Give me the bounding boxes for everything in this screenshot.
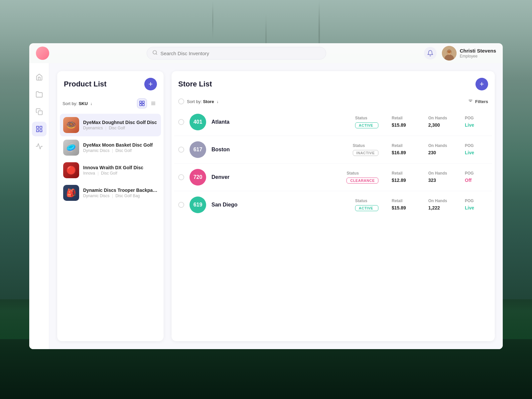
retail-label: Retail	[392, 171, 415, 176]
pog-value: Off	[465, 178, 488, 183]
product-name: DyeMax Doughnut Disc Golf Disc	[83, 120, 158, 125]
store-on-hands-col: On Hands 230	[428, 143, 452, 155]
user-name: Christi Stevens	[460, 48, 496, 54]
store-on-hands-col: On Hands 2,300	[428, 116, 452, 128]
product-list: 🍩 DyeMax Doughnut Disc Golf Disc Dyenami…	[57, 112, 164, 341]
product-meta: Dynamic Discs | Disc Golf Bag	[83, 194, 158, 198]
store-on-hands-col: On Hands 323	[428, 171, 452, 183]
on-hands-label: On Hands	[428, 171, 452, 176]
store-badge: 619	[190, 197, 206, 213]
product-panel: Product List + Sort by: SKU ↓	[57, 71, 164, 341]
product-item[interactable]: 🍩 DyeMax Doughnut Disc Golf Disc Dyenami…	[60, 114, 161, 136]
store-name: Atlanta	[211, 119, 350, 125]
grid-view-button[interactable]	[137, 98, 147, 108]
on-hands-value: 230	[428, 150, 452, 155]
user-role: Employee	[460, 54, 496, 59]
product-toolbar: Sort by: SKU ↓	[57, 96, 164, 112]
store-badge: 720	[190, 169, 206, 186]
sort-arrow-icon: ↓	[90, 101, 92, 106]
store-checkbox[interactable]	[178, 174, 184, 180]
topbar: Christi Stevens Employee	[29, 43, 503, 63]
store-item[interactable]: 401 Atlanta Status ACTIVE Retail $15.89 …	[174, 108, 492, 136]
sidebar-item-home[interactable]	[32, 70, 47, 84]
store-checkbox[interactable]	[178, 119, 184, 125]
product-item[interactable]: 🔴 Innova Wraith DX Golf Disc Innova | Di…	[60, 159, 161, 182]
store-pog-col: POG Live	[465, 143, 488, 155]
product-list-title: Product List	[64, 80, 106, 88]
store-retail-col: Retail $15.89	[392, 116, 415, 128]
product-thumbnail: 🥏	[63, 140, 79, 156]
retail-value: $15.89	[392, 122, 415, 128]
store-sort-arrow-icon: ↓	[216, 99, 218, 104]
svg-line-1	[156, 54, 157, 55]
search-input[interactable]	[160, 51, 321, 56]
filters-button[interactable]: Filters	[468, 99, 488, 104]
store-checkbox[interactable]	[178, 202, 184, 208]
store-list-title: Store List	[178, 80, 212, 88]
pog-value: Live	[465, 150, 488, 155]
store-status-col: Status CLEARANCE	[346, 171, 378, 184]
view-toggles	[137, 98, 158, 108]
select-all-checkbox[interactable]	[178, 98, 184, 104]
pog-label: POG	[465, 143, 488, 148]
store-name: San Diego	[211, 202, 350, 208]
svg-rect-12	[140, 101, 142, 103]
svg-rect-14	[140, 104, 142, 106]
status-badge: INACTIVE	[353, 150, 378, 156]
store-item[interactable]: 619 San Diego Status ACTIVE Retail $15.8…	[174, 191, 492, 218]
store-panel-header: Store List +	[172, 71, 495, 96]
status-label: Status	[346, 171, 378, 176]
user-info[interactable]: Christi Stevens Employee	[442, 46, 496, 61]
svg-rect-13	[142, 101, 144, 103]
product-name: DyeMax Moon Basket Disc Golf	[83, 142, 158, 148]
store-retail-col: Retail $12.89	[392, 171, 415, 183]
sidebar	[29, 63, 49, 349]
pog-label: POG	[465, 171, 488, 176]
store-status-col: Status ACTIVE	[355, 199, 378, 211]
status-label: Status	[353, 143, 378, 148]
on-hands-label: On Hands	[428, 116, 452, 120]
sidebar-item-folders[interactable]	[32, 87, 47, 102]
avatar	[442, 46, 457, 61]
add-store-button[interactable]: +	[475, 78, 488, 90]
sidebar-item-analytics[interactable]	[32, 122, 47, 136]
product-panel-header: Product List +	[57, 71, 164, 96]
svg-rect-11	[36, 130, 38, 132]
product-thumbnail: 🔴	[63, 162, 79, 178]
svg-rect-8	[36, 126, 38, 128]
pog-value: Live	[465, 205, 488, 210]
list-view-button[interactable]	[148, 98, 158, 108]
add-product-button[interactable]: +	[144, 78, 157, 90]
svg-rect-10	[40, 130, 42, 132]
store-panel: Store List + Sort by: Store ↓	[172, 71, 495, 341]
product-thumbnail: 🎒	[63, 185, 79, 201]
store-on-hands-col: On Hands 1,222	[428, 199, 452, 210]
store-sort-label: Sort by: Store ↓	[187, 99, 218, 104]
store-details: Status CLEARANCE Retail $12.89 On Hands …	[346, 171, 488, 184]
product-item[interactable]: 🥏 DyeMax Moon Basket Disc Golf Dynamic D…	[60, 136, 161, 159]
svg-rect-15	[142, 104, 144, 106]
pog-label: POG	[465, 116, 488, 120]
store-status-col: Status ACTIVE	[355, 116, 378, 128]
retail-label: Retail	[392, 199, 415, 203]
store-checkbox[interactable]	[178, 147, 184, 153]
sidebar-item-reports[interactable]	[32, 139, 47, 154]
app-container: Christi Stevens Employee	[29, 43, 503, 349]
product-info: Innova Wraith DX Golf Disc Innova | Disc…	[83, 165, 158, 176]
store-item[interactable]: 720 Denver Status CLEARANCE Retail $12.8…	[174, 164, 492, 191]
product-meta: Innova | Disc Golf	[83, 171, 158, 176]
svg-rect-9	[40, 126, 42, 128]
store-badge: 617	[190, 141, 206, 158]
store-item[interactable]: 617 Boston Status INACTIVE Retail $16.89…	[174, 136, 492, 164]
status-label: Status	[355, 116, 378, 120]
search-icon	[152, 50, 158, 57]
sidebar-item-copy[interactable]	[32, 104, 47, 119]
store-name: Denver	[211, 174, 341, 180]
store-status-col: Status INACTIVE	[353, 143, 378, 156]
store-pog-col: POG Live	[465, 199, 488, 210]
product-item[interactable]: 🎒 Dynamic Discs Trooper Backpack Dynamic…	[60, 182, 161, 204]
store-toolbar: Sort by: Store ↓ Filters	[172, 96, 495, 108]
notifications-button[interactable]	[424, 47, 437, 60]
store-name: Boston	[211, 147, 347, 153]
retail-value: $16.89	[392, 150, 415, 155]
